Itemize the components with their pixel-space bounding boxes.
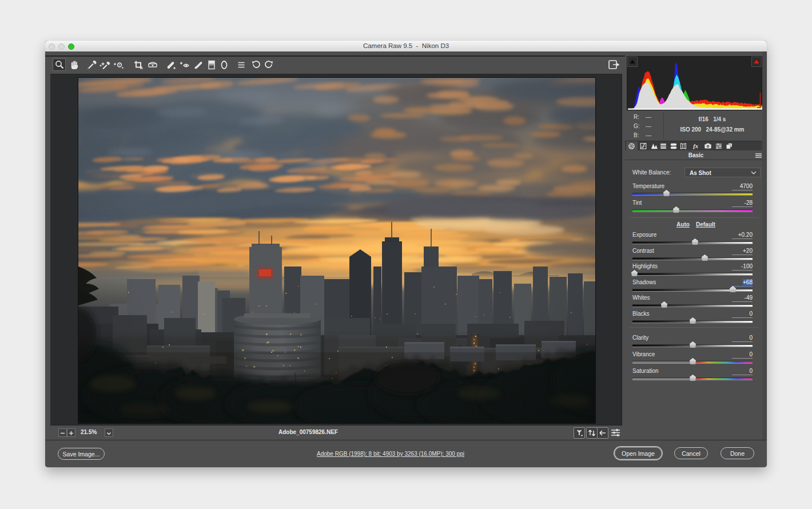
svg-text:fx: fx (693, 143, 698, 149)
